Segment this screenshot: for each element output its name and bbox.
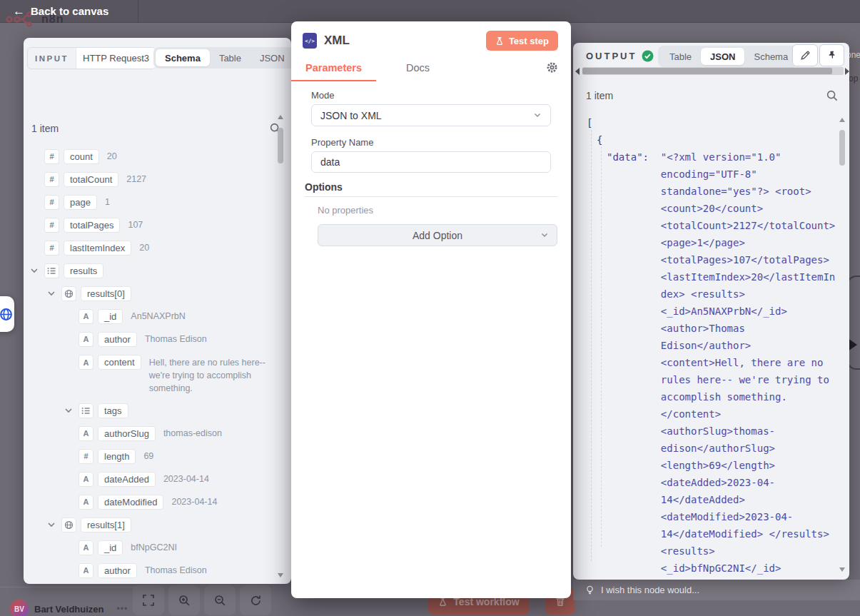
chevron-down-icon[interactable] bbox=[47, 520, 61, 529]
avatar: BV bbox=[10, 600, 29, 616]
schema-row[interactable]: tags bbox=[24, 399, 282, 422]
schema-row[interactable]: AauthorThomas Edison bbox=[24, 559, 282, 582]
tab-schema[interactable]: Schema bbox=[156, 49, 210, 66]
schema-key[interactable]: results[0] bbox=[81, 286, 131, 301]
tab-docs[interactable]: Docs bbox=[392, 60, 444, 80]
back-to-canvas-label: Back to canvas bbox=[31, 5, 108, 17]
schema-key[interactable]: count bbox=[64, 149, 99, 164]
schema-row[interactable]: AcontentHell, there are no rules here-- … bbox=[24, 350, 282, 399]
back-to-canvas-link[interactable]: ← Back to canvas bbox=[13, 5, 108, 17]
schema-key[interactable]: content bbox=[98, 355, 141, 370]
floating-side-widget[interactable] bbox=[0, 296, 14, 332]
xml-node-icon: </> bbox=[303, 33, 317, 49]
feature-request-bar[interactable]: I wish this node would... bbox=[573, 580, 860, 600]
schema-row[interactable]: AauthorThomas Edison bbox=[24, 328, 282, 350]
tab-table[interactable]: Table bbox=[210, 49, 251, 66]
pin-output-button[interactable] bbox=[819, 44, 844, 66]
schema-key[interactable]: dateAdded bbox=[98, 472, 156, 487]
schema-key[interactable]: page bbox=[64, 195, 97, 210]
fit-view-button[interactable] bbox=[133, 585, 164, 615]
options-divider bbox=[305, 196, 557, 197]
schema-key[interactable]: totalCount bbox=[64, 172, 118, 187]
schema-row[interactable]: #totalCount2127 bbox=[24, 168, 282, 191]
schema-row[interactable]: AauthorSlugthomas-edison bbox=[24, 422, 282, 445]
schema-key[interactable]: lastItemIndex bbox=[64, 241, 131, 256]
tab-json[interactable]: JSON bbox=[701, 48, 744, 65]
tab-parameters[interactable]: Parameters bbox=[291, 60, 376, 81]
number-type-icon: # bbox=[44, 149, 59, 164]
schema-row[interactable]: #count20 bbox=[24, 145, 282, 168]
property-name-value: data bbox=[320, 156, 340, 168]
schema-key[interactable]: tags bbox=[98, 403, 128, 418]
schema-value: Thomas Edison bbox=[145, 333, 207, 345]
test-step-label: Test step bbox=[509, 36, 549, 46]
output-scroll-down-arrow[interactable] bbox=[839, 567, 845, 572]
add-option-label: Add Option bbox=[413, 230, 462, 241]
output-hscrollbar[interactable] bbox=[573, 66, 849, 76]
input-view-tabs: Schema Table JSON bbox=[153, 47, 291, 69]
hscroll-thumb[interactable] bbox=[582, 68, 832, 74]
schema-value: 20 bbox=[107, 150, 117, 163]
input-source-node: HTTP Request3 bbox=[76, 48, 156, 69]
hscroll-left-arrow[interactable] bbox=[575, 68, 580, 75]
input-source-select[interactable]: INPUT HTTP Request3 bbox=[27, 47, 156, 69]
zoom-out-button[interactable] bbox=[204, 585, 236, 615]
search-icon[interactable] bbox=[826, 90, 838, 101]
schema-key[interactable]: results bbox=[64, 263, 103, 278]
input-scroll-up-arrow[interactable] bbox=[278, 115, 283, 119]
list-icon bbox=[47, 266, 56, 276]
schema-row[interactable]: AdateAdded2023-04-14 bbox=[24, 468, 282, 490]
schema-value: Hell, there are no rules here-- we're tr… bbox=[149, 356, 272, 395]
list-type-icon bbox=[79, 403, 93, 418]
schema-key[interactable]: length bbox=[98, 449, 136, 464]
add-option-button[interactable]: Add Option bbox=[318, 224, 557, 246]
schema-row[interactable]: A_idbfNpGC2NI bbox=[24, 536, 282, 559]
schema-key[interactable]: author bbox=[98, 332, 137, 347]
user-account[interactable]: BV Bart Veldhuizen ••• bbox=[10, 600, 128, 616]
chevron-down-icon[interactable] bbox=[64, 406, 79, 415]
schema-key[interactable]: _id bbox=[98, 309, 123, 324]
reset-zoom-button[interactable] bbox=[240, 585, 271, 615]
chevron-down-icon[interactable] bbox=[30, 266, 44, 275]
node-title: XML bbox=[324, 34, 350, 48]
schema-row[interactable]: #page1 bbox=[24, 191, 282, 213]
canvas-topbar bbox=[0, 0, 860, 23]
schema-key[interactable]: results[1] bbox=[81, 517, 131, 532]
zoom-in-button[interactable] bbox=[168, 585, 200, 615]
property-name-input[interactable]: data bbox=[311, 151, 551, 173]
schema-row[interactable]: AcontentAs a cure for worrying, work is … bbox=[24, 582, 282, 582]
edit-output-button[interactable] bbox=[792, 44, 818, 66]
schema-key[interactable]: dateModified bbox=[98, 495, 163, 510]
schema-key[interactable]: authorSlug bbox=[98, 426, 156, 441]
schema-key[interactable]: _id bbox=[98, 540, 123, 555]
gear-icon bbox=[546, 61, 558, 74]
chevron-down-icon[interactable] bbox=[47, 289, 61, 298]
output-scroll-up-arrow[interactable] bbox=[839, 118, 845, 122]
output-scrollbar-thumb[interactable] bbox=[839, 130, 845, 166]
tab-table[interactable]: Table bbox=[660, 48, 701, 65]
node-settings-gear[interactable] bbox=[546, 61, 558, 76]
mode-select[interactable]: JSON to XML bbox=[311, 104, 551, 126]
schema-row[interactable]: results[0] bbox=[24, 282, 282, 305]
schema-row[interactable]: A_idAn5NAXPrbN bbox=[24, 305, 282, 328]
test-step-button[interactable]: Test step bbox=[486, 31, 558, 51]
schema-row[interactable]: #totalPages107 bbox=[24, 213, 282, 236]
tab-json[interactable]: JSON bbox=[251, 49, 291, 66]
schema-value: thomas-edison bbox=[163, 427, 222, 440]
input-scrollbar-thumb[interactable] bbox=[278, 128, 283, 163]
input-scroll-down-arrow[interactable] bbox=[278, 573, 283, 577]
tab-schema[interactable]: Schema bbox=[744, 48, 797, 65]
schema-key[interactable]: totalPages bbox=[64, 218, 120, 233]
user-menu-dots[interactable]: ••• bbox=[117, 604, 128, 614]
hscroll-right-arrow[interactable] bbox=[845, 68, 849, 75]
schema-row[interactable]: results bbox=[24, 259, 282, 282]
schema-row[interactable]: #lastItemIndex20 bbox=[24, 236, 282, 259]
string-type-icon: A bbox=[79, 472, 93, 487]
schema-value: 2023-04-14 bbox=[171, 495, 217, 508]
schema-key[interactable]: author bbox=[98, 563, 137, 578]
schema-row[interactable]: #length69 bbox=[24, 445, 282, 468]
schema-row[interactable]: results[1] bbox=[24, 513, 282, 536]
schema-row[interactable]: AdateModified2023-04-14 bbox=[24, 490, 282, 513]
hscroll-track[interactable] bbox=[582, 67, 844, 75]
string-type-icon: A bbox=[79, 495, 93, 510]
